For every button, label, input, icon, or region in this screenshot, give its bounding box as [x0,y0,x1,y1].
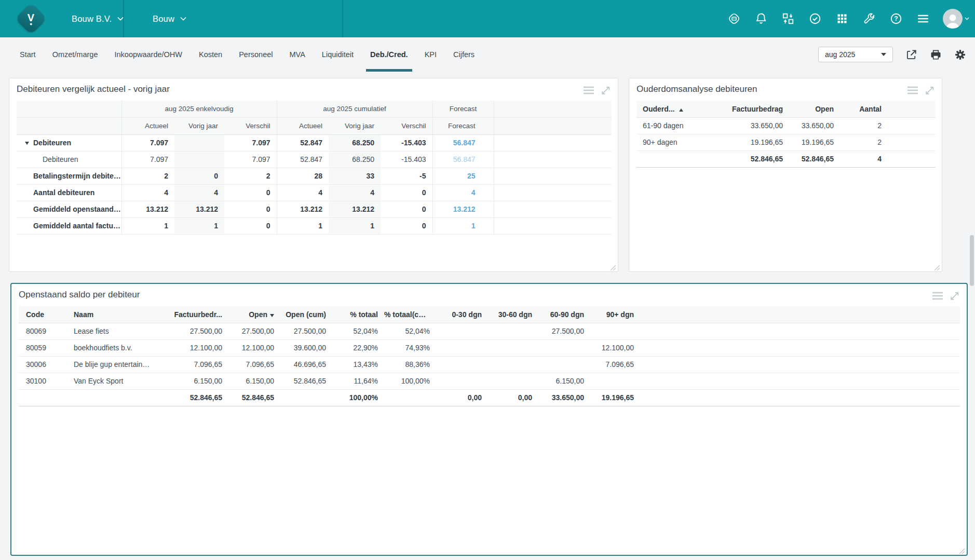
column-header[interactable]: % totaal(cum) [384,306,436,323]
value-cell: 2 [840,117,888,134]
group-header: aug 2025 enkelvoudig [121,101,277,117]
tab-inkoopwaarde-ohw[interactable]: Inkoopwaarde/OHW [106,37,191,72]
column-header[interactable]: 60-90 dgn [538,306,590,323]
column-header[interactable]: Vorig jaar [329,117,381,134]
value-cell: 0 [381,184,432,201]
check-circle-icon[interactable] [808,11,822,26]
value-cell: 0 [224,217,277,234]
collapse-caret-icon[interactable] [25,142,29,145]
import-export-icon[interactable] [781,11,795,26]
scrollbar-thumb[interactable] [970,235,974,286]
value-cell: 4 [277,184,329,201]
panel-ouderdomsanalyse: Ouderdomsanalyse debiteuren Ouderd... Fa… [629,78,942,272]
column-header[interactable]: Actueel [121,117,174,134]
company-selector-label: Bouw B.V. [72,14,112,24]
total-cell: 0,00 [488,389,538,406]
user-menu[interactable] [943,9,969,29]
panel-options-icon[interactable] [583,86,594,95]
debtor-row[interactable]: 30100Van Eyck Sport6.150,006.150,0052.84… [19,373,960,389]
value-cell: 74,93% [384,339,436,356]
filler-cell [640,339,960,356]
tab-deb-cred-[interactable]: Deb./Cred. [362,37,416,72]
value-cell: 13,43% [332,356,384,373]
value-cell: 52.847 [277,151,329,168]
comparison-row[interactable]: Debiteuren7.0977.09752.84768.250-15.4035… [17,134,612,151]
brand-logo[interactable]: V [15,3,47,35]
comparison-row[interactable]: Debiteuren7.0977.09752.84768.250-15.4035… [17,151,612,168]
tab-liquiditeit[interactable]: Liquiditeit [314,37,362,72]
print-icon[interactable] [929,48,942,61]
export-icon[interactable] [905,48,917,61]
column-header[interactable]: Actueel [277,117,329,134]
header-icon-group: ? [727,0,969,37]
column-header[interactable]: Aantal [840,101,888,117]
column-header[interactable]: Vorig jaar [174,117,224,134]
aging-row[interactable]: 90+ dagen19.196,6519.196,652 [637,134,936,151]
total-cell: 19.196,65 [590,389,640,406]
comparison-row[interactable]: Gemiddeld openstaand b...13.21213.212013… [17,201,612,217]
column-header[interactable]: Naam [66,306,152,323]
column-header-row: Actueel Vorig jaar Verschil Actueel Vori… [17,117,612,134]
bell-icon[interactable] [754,11,768,26]
value-cell: 11,64% [332,373,384,389]
column-header[interactable]: Factuurbedrag [694,101,789,117]
panel-options-icon[interactable] [932,291,943,301]
debtor-row[interactable]: 80059boekhoudfiets b.v.12.100,0012.100,0… [19,339,960,356]
aging-row[interactable]: 61-90 dagen33.650,0033.650,002 [637,117,936,134]
settings-gear-icon[interactable] [954,48,966,61]
help-icon[interactable]: ? [889,11,903,26]
column-header[interactable]: 30-60 dgn [488,306,538,323]
column-header[interactable]: Forecast [432,117,494,134]
column-header[interactable]: Verschil [381,117,432,134]
column-header[interactable]: 0-30 dgn [436,306,488,323]
tab-personeel[interactable]: Personeel [231,37,281,72]
resize-handle-icon[interactable] [934,264,940,270]
total-cell [384,389,436,406]
company-selector[interactable]: Bouw B.V. [72,0,124,37]
comparison-row[interactable]: Gemiddeld aantal facture...1101101 [17,217,612,234]
column-header-sorted[interactable]: Open [228,306,280,323]
apps-grid-icon[interactable] [835,11,849,26]
debtor-row[interactable]: 80069Lease fiets27.500,0027.500,0027.500… [19,323,960,339]
value-cell: 88,36% [384,356,436,373]
panel-expand-icon[interactable] [925,86,935,95]
column-header[interactable]: Code [19,306,66,323]
tab-kpi[interactable]: KPI [416,37,445,72]
filler-cell [640,373,960,389]
period-selector[interactable]: aug 2025 [818,47,893,62]
value-cell: 4 [174,184,224,201]
value-cell [436,339,488,356]
column-header[interactable]: Open [789,101,840,117]
tab-mva[interactable]: MVA [281,37,313,72]
tab-omzet-marge[interactable]: Omzet/marge [44,37,106,72]
comparison-row[interactable]: Aantal debiteuren4404404 [17,184,612,201]
value-cell [488,356,538,373]
dashboard-selector[interactable]: Bouw [153,0,186,37]
app: V Bouw B.V. Bouw [0,0,975,560]
value-cell: 12.100,00 [590,339,640,356]
panel-expand-icon[interactable] [601,86,611,95]
resize-handle-icon[interactable] [959,547,965,553]
column-header[interactable]: Verschil [224,117,277,134]
column-header[interactable]: 90+ dgn [590,306,640,323]
panel-title: Debiteuren vergelijk actueel - vorig jaa… [17,84,170,94]
tab-start[interactable]: Start [11,37,44,72]
panel-debiteuren-vergelijk: Debiteuren vergelijk actueel - vorig jaa… [9,78,618,272]
assistant-icon[interactable] [727,11,741,26]
value-cell: 52.846,65 [280,373,332,389]
total-cell [280,389,332,406]
column-header-sorted[interactable]: Ouderd... [637,101,694,117]
panel-options-icon[interactable] [907,86,918,95]
value-cell: 0 [381,217,432,234]
column-header[interactable]: Open (cum) [280,306,332,323]
tab-kosten[interactable]: Kosten [191,37,231,72]
menu-icon[interactable] [916,11,930,26]
comparison-row[interactable]: Betalingstermijn debiteu...2022833-525 [17,168,612,184]
column-header[interactable]: % totaal [332,306,384,323]
wrench-icon[interactable] [862,11,876,26]
tab-cijfers[interactable]: Cijfers [445,37,483,72]
resize-handle-icon[interactable] [610,264,616,270]
debtor-row[interactable]: 30006De blije gup entertainment7.096,657… [19,356,960,373]
panel-expand-icon[interactable] [950,291,959,301]
column-header[interactable]: Factuurbedr... [152,306,228,323]
